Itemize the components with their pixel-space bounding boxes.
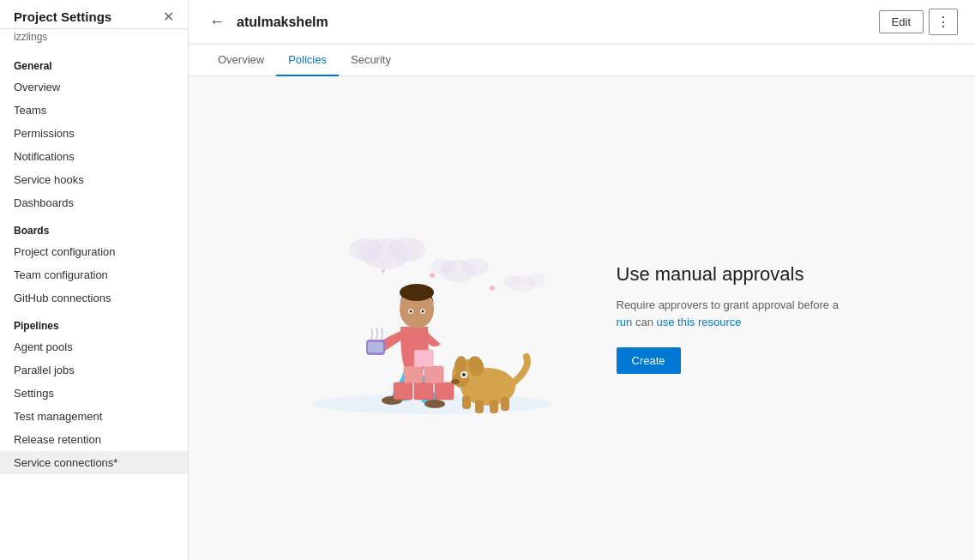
desc-run: run bbox=[617, 316, 633, 328]
content-area: Use manual approvals Require approvers t… bbox=[189, 76, 975, 560]
sidebar-item-overview[interactable]: Overview bbox=[0, 75, 188, 99]
sidebar-item-release-retention[interactable]: Release retention bbox=[0, 428, 188, 451]
info-panel: Use manual approvals Require approvers t… bbox=[617, 262, 857, 375]
sidebar: Project Settings ✕ izzlings General Over… bbox=[0, 0, 189, 560]
sidebar-item-service-connections[interactable]: Service connections* bbox=[0, 451, 188, 474]
sidebar-item-agent-pools[interactable]: Agent pools bbox=[0, 335, 188, 358]
close-button[interactable]: ✕ bbox=[163, 9, 174, 25]
svg-rect-24 bbox=[394, 382, 412, 400]
sidebar-subtitle: izzlings bbox=[0, 29, 188, 50]
sidebar-item-permissions[interactable]: Permissions bbox=[0, 122, 188, 145]
svg-point-19 bbox=[400, 284, 434, 301]
svg-point-11 bbox=[382, 269, 385, 273]
svg-point-23 bbox=[421, 310, 424, 313]
illustration bbox=[308, 207, 565, 430]
top-bar-right: Edit ⋮ bbox=[879, 9, 958, 35]
desc-use: use this resource bbox=[656, 316, 741, 328]
svg-point-9 bbox=[430, 273, 435, 278]
svg-rect-38 bbox=[475, 400, 484, 413]
svg-point-5 bbox=[431, 259, 455, 274]
sidebar-item-project-configuration[interactable]: Project configuration bbox=[0, 240, 188, 263]
svg-rect-28 bbox=[424, 366, 443, 383]
sidebar-item-test-management[interactable]: Test management bbox=[0, 405, 188, 428]
sidebar-item-notifications[interactable]: Notifications bbox=[0, 145, 188, 168]
main-content: ← atulmakshelm Edit ⋮ Overview Policies … bbox=[189, 0, 975, 560]
desc-part1: Require approvers to grant approval befo… bbox=[617, 298, 839, 311]
section-label-pipelines: Pipelines bbox=[0, 310, 188, 335]
svg-point-14 bbox=[424, 400, 445, 408]
create-button[interactable]: Create bbox=[617, 347, 681, 374]
content-description: Require approvers to grant approval befo… bbox=[617, 297, 857, 330]
svg-rect-27 bbox=[404, 366, 423, 383]
svg-rect-25 bbox=[414, 382, 433, 400]
svg-rect-39 bbox=[490, 400, 498, 413]
sidebar-item-settings[interactable]: Settings bbox=[0, 382, 188, 405]
more-options-button[interactable]: ⋮ bbox=[929, 9, 958, 35]
back-button[interactable]: ← bbox=[206, 9, 228, 34]
svg-point-10 bbox=[490, 286, 495, 291]
sidebar-title: Project Settings bbox=[14, 9, 111, 24]
edit-button[interactable]: Edit bbox=[879, 10, 924, 33]
svg-point-7 bbox=[525, 274, 545, 287]
page-title: atulmakshelm bbox=[237, 15, 328, 30]
sidebar-item-parallel-jobs[interactable]: Parallel jobs bbox=[0, 358, 188, 382]
sidebar-item-teams[interactable]: Teams bbox=[0, 99, 188, 122]
tabs: Overview Policies Security bbox=[189, 45, 975, 76]
top-bar: ← atulmakshelm Edit ⋮ bbox=[189, 0, 975, 45]
top-bar-left: ← atulmakshelm bbox=[206, 9, 328, 34]
tab-overview[interactable]: Overview bbox=[206, 45, 276, 76]
illustration-area: Use manual approvals Require approvers t… bbox=[308, 207, 857, 430]
section-label-general: General bbox=[0, 50, 188, 75]
sidebar-item-dashboards[interactable]: Dashboards bbox=[0, 191, 188, 214]
svg-rect-16 bbox=[368, 342, 383, 352]
svg-rect-40 bbox=[501, 397, 509, 411]
svg-rect-41 bbox=[462, 395, 471, 409]
tab-security[interactable]: Security bbox=[339, 45, 403, 76]
svg-point-2 bbox=[349, 238, 383, 261]
sidebar-item-github-connections[interactable]: GitHub connections bbox=[0, 286, 188, 310]
sidebar-item-team-configuration[interactable]: Team configuration bbox=[0, 263, 188, 286]
svg-point-22 bbox=[409, 310, 412, 313]
svg-point-36 bbox=[462, 373, 466, 376]
tab-policies[interactable]: Policies bbox=[276, 45, 339, 76]
svg-point-37 bbox=[451, 379, 460, 384]
section-label-boards: Boards bbox=[0, 214, 188, 240]
sidebar-item-service-hooks[interactable]: Service hooks bbox=[0, 168, 188, 191]
desc-part2: can bbox=[632, 316, 656, 328]
svg-point-8 bbox=[503, 275, 521, 287]
sidebar-header: Project Settings ✕ bbox=[0, 0, 188, 29]
content-heading: Use manual approvals bbox=[617, 262, 857, 287]
svg-point-1 bbox=[388, 238, 425, 262]
svg-rect-26 bbox=[435, 382, 454, 400]
svg-rect-29 bbox=[414, 350, 433, 367]
svg-point-4 bbox=[461, 258, 489, 275]
